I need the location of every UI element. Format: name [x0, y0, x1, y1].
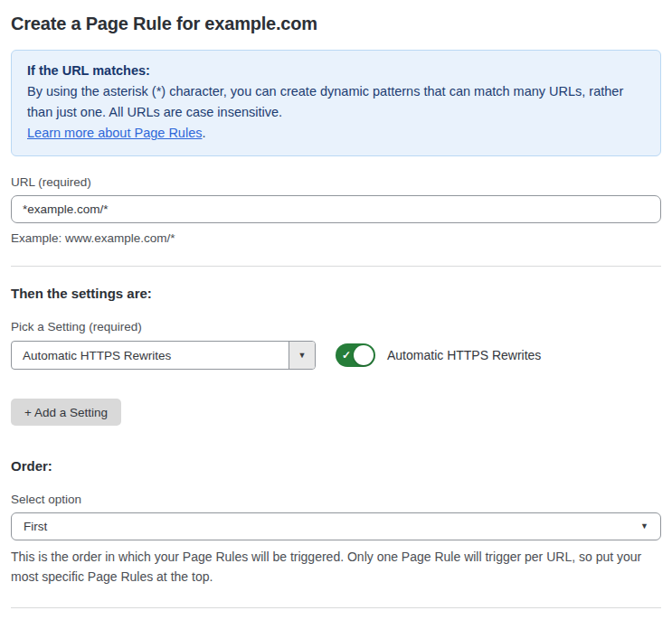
- toggle-label: Automatic HTTPS Rewrites: [387, 348, 541, 362]
- url-label: URL (required): [11, 175, 661, 189]
- setting-toggle[interactable]: ✓: [336, 343, 375, 367]
- setting-row: Automatic HTTPS Rewrites ▼ ✓ Automatic H…: [11, 341, 661, 370]
- check-icon: ✓: [342, 349, 351, 362]
- toggle-knob: [354, 345, 374, 365]
- select-option-label: Select option: [11, 493, 661, 506]
- info-box-link-line: Learn more about Page Rules.: [27, 123, 645, 144]
- add-setting-button[interactable]: + Add a Setting: [11, 399, 121, 426]
- setting-dropdown-value: Automatic HTTPS Rewrites: [12, 342, 289, 369]
- url-example-helper: Example: www.example.com/*: [11, 231, 661, 245]
- order-helper-text: This is the order in which your Page Rul…: [11, 547, 661, 587]
- url-input[interactable]: [11, 195, 661, 223]
- url-matches-info-box: If the URL matches: By using the asteris…: [11, 50, 661, 156]
- page-title: Create a Page Rule for example.com: [11, 14, 661, 34]
- chevron-down-icon: ▼: [640, 522, 648, 531]
- create-page-rule-form: Create a Page Rule for example.com If th…: [0, 14, 672, 620]
- setting-dropdown-arrow-button[interactable]: ▼: [289, 342, 315, 369]
- setting-dropdown[interactable]: Automatic HTTPS Rewrites ▼: [11, 341, 316, 370]
- chevron-down-icon: ▼: [298, 352, 307, 360]
- order-select-value: First: [24, 520, 47, 533]
- order-heading: Order:: [11, 458, 661, 474]
- info-box-body: By using the asterisk (*) character, you…: [27, 81, 645, 123]
- footer-divider: [11, 607, 661, 608]
- pick-setting-label: Pick a Setting (required): [11, 320, 661, 333]
- info-box-heading: If the URL matches:: [27, 61, 645, 81]
- settings-heading: Then the settings are:: [11, 286, 661, 301]
- section-divider: [11, 266, 661, 267]
- order-select[interactable]: First ▼: [11, 512, 661, 540]
- learn-more-link[interactable]: Learn more about Page Rules: [27, 126, 202, 140]
- link-period: .: [202, 126, 205, 140]
